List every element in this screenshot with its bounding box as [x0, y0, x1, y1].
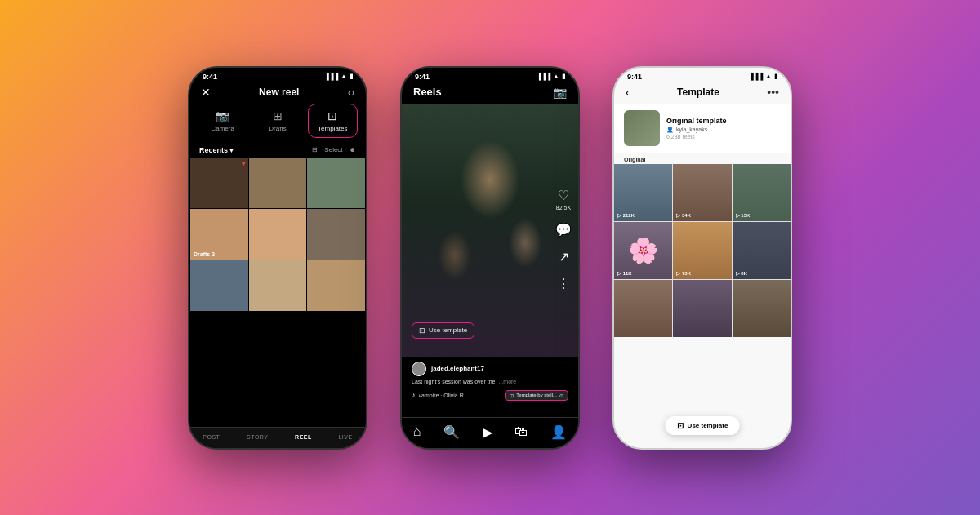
use-template-button-3[interactable]: ⊡ Use template	[666, 416, 740, 435]
phone-template-view: 9:41 ▐▐▐ ▲ ▮ ‹ Template ••• Original tem…	[612, 66, 792, 450]
more-icon: ⋮	[557, 276, 570, 291]
back-icon[interactable]: ‹	[626, 86, 630, 99]
original-thumbnail	[624, 110, 660, 146]
grid-section-label: Original	[614, 153, 791, 164]
template-chip-icon: ⊡	[510, 393, 514, 398]
home-icon[interactable]: ⌂	[413, 424, 421, 440]
templates-tab-icon: ⊡	[327, 109, 337, 122]
cell-count-6: ▷ 8K	[736, 270, 747, 276]
phone-new-reel: 9:41 ▐▐▐ ▲ ▮ ✕ New reel ○ 📷 Camera ⊞ Dra…	[188, 66, 368, 450]
heart-icon: ♥	[242, 160, 246, 167]
original-template-card: Original template 👤 kyia_kayaks 6,238 re…	[614, 104, 791, 153]
profile-icon[interactable]: 👤	[550, 424, 567, 440]
photo-cell-2[interactable]	[249, 158, 307, 208]
photo-cell-9[interactable]	[307, 260, 365, 311]
template-cell-7[interactable]	[614, 280, 672, 337]
original-info: Original template 👤 kyia_kayaks 6,238 re…	[666, 117, 781, 140]
status-bar-1: 9:41 ▐▐▐ ▲ ▮	[189, 68, 366, 82]
reel-avatar	[412, 362, 426, 376]
reel-side-actions: ♡ 82.5K 💬 ↗ ⋮	[555, 188, 572, 291]
more-action[interactable]: ⋮	[557, 276, 570, 291]
nav-post[interactable]: POST	[203, 434, 220, 440]
photo-cell-1[interactable]: ♥	[190, 158, 248, 208]
templates-tab-label: Templates	[318, 125, 347, 132]
template-cell-2[interactable]: ▷ 34K	[673, 164, 731, 221]
status-time-2: 9:41	[415, 73, 430, 81]
comment-icon: 💬	[555, 222, 572, 238]
signal-icon-3: ▐▐▐	[749, 73, 763, 80]
template-grid: ▷ 212K ▷ 34K ▷ 13K 🌸 ▷ 11K ▷ 73K ▷ 8K	[614, 164, 791, 337]
reel-caption: Last night's session was over the ...mor…	[412, 379, 568, 384]
template-cell-9[interactable]	[733, 280, 791, 337]
phone2-bottom-nav: ⌂ 🔍 ▶ 🛍 👤	[402, 417, 578, 448]
status-time-1: 9:41	[203, 73, 217, 81]
template-cell-1[interactable]: ▷ 212K	[614, 164, 672, 221]
wifi-icon-3: ▲	[765, 73, 772, 80]
music-note-icon: ♪	[412, 391, 416, 399]
drafts-tab-label: Drafts	[269, 125, 286, 132]
user-small-icon: 👤	[666, 127, 674, 133]
nav-story[interactable]: STORY	[247, 434, 268, 440]
template-cell-6[interactable]: ▷ 8K	[733, 222, 791, 279]
cell-count-1: ▷ 212K	[617, 212, 635, 218]
recents-text: Recents	[199, 146, 228, 154]
select-button[interactable]: Select	[324, 146, 342, 153]
template-cell-8[interactable]	[673, 280, 731, 337]
reels-nav-icon[interactable]: ▶	[483, 424, 492, 440]
status-icons-3: ▐▐▐ ▲ ▮	[749, 73, 777, 80]
use-template-button-1[interactable]: ⊡ Use template	[412, 322, 474, 339]
template-cell-4[interactable]: 🌸 ▷ 11K	[614, 222, 672, 279]
battery-icon: ▮	[350, 73, 353, 80]
photo-cell-8[interactable]	[249, 260, 307, 311]
template-cell-3[interactable]: ▷ 13K	[733, 164, 791, 221]
photo-cell-5[interactable]	[249, 209, 307, 260]
template-cell-5[interactable]: ▷ 73K	[673, 222, 731, 279]
template-chip-label: Template by stell...	[516, 393, 557, 397]
camera-tab-label: Camera	[211, 125, 234, 132]
reel-content	[402, 104, 578, 357]
templates-tab[interactable]: ⊡ Templates	[308, 104, 358, 138]
original-user-row: 👤 kyia_kayaks	[666, 127, 781, 133]
photo-cell-drafts[interactable]	[190, 209, 248, 260]
cell-count-4: ▷ 11K	[617, 270, 632, 276]
heart-icon-2: ♡	[558, 188, 569, 203]
recents-label[interactable]: Recents ▾	[199, 146, 234, 154]
recents-bar: Recents ▾ ⊟ Select ☻	[189, 144, 366, 158]
cell-count-3: ▷ 13K	[736, 212, 751, 218]
search-icon[interactable]: 🔍	[443, 424, 460, 440]
battery-icon-3: ▮	[774, 73, 777, 80]
more-link[interactable]: ...more	[498, 379, 516, 384]
camera-tab[interactable]: 📷 Camera	[198, 104, 247, 138]
photo-cell-6[interactable]	[307, 209, 365, 260]
comment-action[interactable]: 💬	[555, 222, 572, 238]
camera-icon[interactable]: 📷	[553, 86, 567, 99]
like-count: 82.5K	[556, 205, 571, 211]
battery-icon-2: ▮	[562, 73, 565, 80]
more-options-icon[interactable]: •••	[767, 86, 779, 99]
settings-circle-icon[interactable]: ○	[348, 86, 354, 99]
status-time-3: 9:41	[627, 73, 642, 81]
grid-icon[interactable]: ⊟	[312, 146, 318, 153]
person-icon[interactable]: ☻	[350, 146, 356, 153]
photo-cell-7[interactable]	[190, 260, 248, 311]
share-action[interactable]: ↗	[559, 249, 569, 264]
chevron-down-icon: ▾	[229, 146, 234, 154]
new-reel-title: New reel	[259, 87, 299, 98]
photo-cell-3[interactable]	[307, 158, 365, 208]
status-bar-3: 9:41 ▐▐▐ ▲ ▮	[614, 68, 791, 82]
phone-reels-feed: 9:41 ▐▐▐ ▲ ▮ Reels 📷 ♡ 82.5K 💬 ↗	[400, 66, 580, 450]
photo-grid: ♥	[189, 158, 366, 311]
original-username[interactable]: kyia_kayaks	[676, 127, 707, 132]
nav-reel[interactable]: REEL	[295, 434, 312, 440]
shop-icon[interactable]: 🛍	[514, 424, 528, 440]
like-action[interactable]: ♡ 82.5K	[556, 188, 571, 211]
drafts-tab[interactable]: ⊞ Drafts	[252, 104, 302, 138]
template-chip[interactable]: ⊡ Template by stell... ⊙	[505, 390, 568, 401]
new-reel-header: ✕ New reel ○	[189, 82, 366, 104]
nav-live[interactable]: LIVE	[338, 434, 352, 440]
reel-username[interactable]: jaded.elephant17	[431, 365, 484, 372]
camera-tab-icon: 📷	[216, 109, 229, 122]
close-icon[interactable]: ✕	[201, 86, 211, 99]
use-template-label-1: Use template	[429, 326, 467, 334]
figure-overlay	[402, 104, 578, 357]
